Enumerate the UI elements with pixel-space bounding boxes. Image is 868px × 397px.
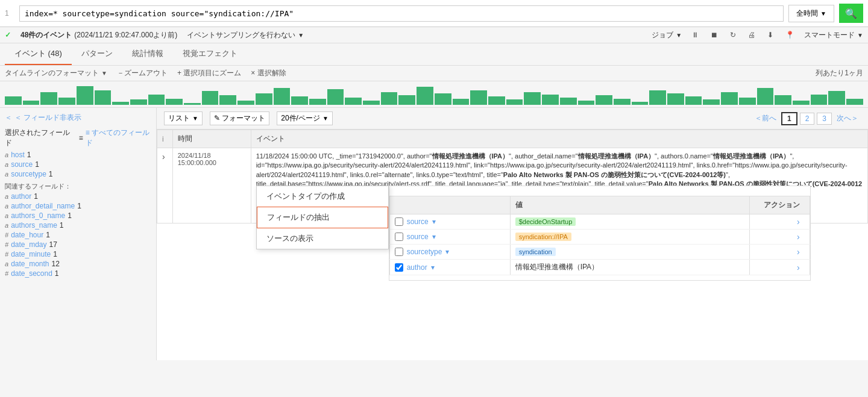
sampling-button[interactable]: イベントサンプリングを行わない ▼ xyxy=(187,30,304,40)
field-col-header xyxy=(389,196,510,214)
table-header-row: i 時間 イベント xyxy=(157,130,868,148)
sidebar-field-authors-0-name[interactable]: a authors_0_name 1 xyxy=(5,211,151,220)
sidebar-field-date-hour[interactable]: # date_hour 1 xyxy=(5,231,151,239)
field-row-source2: source ▾ syndication://IPA xyxy=(389,230,810,245)
chart-bar xyxy=(811,95,828,105)
field-arrow-icon: ▾ xyxy=(432,217,436,226)
sidebar-field-author-detail-name[interactable]: a author_detail_name 1 xyxy=(5,202,151,210)
field-action-arrow[interactable]: › xyxy=(797,232,800,242)
field-action-arrow[interactable]: › xyxy=(797,247,800,257)
chart-bar xyxy=(274,88,291,105)
chart-bar xyxy=(649,90,666,105)
hide-fields-button[interactable]: ＜ ＜ フィールド非表示 xyxy=(5,113,81,123)
smart-mode-button[interactable]: スマートモード ▼ xyxy=(804,30,863,40)
page-3-button[interactable]: 3 xyxy=(817,113,832,125)
field-source2-checkbox[interactable] xyxy=(395,233,403,241)
sidebar-field-date-minute[interactable]: # date_minute 1 xyxy=(5,250,151,258)
chart-bar xyxy=(757,88,774,105)
field-table-header: 値 アクション xyxy=(389,196,810,214)
event-count: 48件のイベント (2024/11/21 9:02:47.000より前) xyxy=(20,30,177,40)
field-name: source xyxy=(407,233,429,241)
expand-row-button[interactable]: › xyxy=(162,152,165,161)
sidebar-field-host[interactable]: a host 1 xyxy=(5,151,151,159)
field-action-arrow[interactable]: › xyxy=(797,263,800,272)
tab-statistics[interactable]: 統計情報 xyxy=(122,43,173,65)
print-button[interactable]: 🖨 xyxy=(746,30,758,40)
download-button[interactable]: ⬇ xyxy=(765,30,776,40)
search-button[interactable]: 🔍 xyxy=(839,4,863,23)
search-input[interactable] xyxy=(19,5,784,22)
refresh-button[interactable]: ↻ xyxy=(728,30,738,40)
per-page-button[interactable]: 20件/ページ ▼ xyxy=(277,111,333,125)
format-button[interactable]: ✎ フォーマット xyxy=(210,111,269,125)
view-source-item[interactable]: ソースの表示 xyxy=(257,228,388,249)
chart-bar xyxy=(398,95,415,105)
zoom-in-button[interactable]: + 選択項目にズーム xyxy=(177,68,241,78)
sidebar-field-author[interactable]: a author 1 xyxy=(5,192,151,201)
chart-bar xyxy=(685,96,702,105)
field-name-cell: author ▾ xyxy=(395,263,505,272)
main-tabs: イベント (48) パターン 統計情報 視覚エフェクト xyxy=(0,43,868,66)
sidebar-field-authors-name[interactable]: a authors_name 1 xyxy=(5,221,151,230)
tab-events[interactable]: イベント (48) xyxy=(5,43,72,65)
field-row-sourcetype: sourcetype ▾ syndication xyxy=(389,245,810,260)
chevron-down-icon: ▼ xyxy=(192,115,198,122)
sidebar-field-sourcetype[interactable]: a sourcetype 1 xyxy=(5,170,151,178)
extract-fields-item[interactable]: フィールドの抽出 xyxy=(257,207,388,228)
field-action-arrow[interactable]: › xyxy=(797,217,800,227)
chevron-down-icon: ▼ xyxy=(857,32,863,39)
view-controls: リスト ▼ ✎ フォーマット 20件/ページ ▼ xyxy=(164,111,333,125)
field-author-checkbox[interactable] xyxy=(395,263,403,272)
field-sourcetype-checkbox[interactable] xyxy=(395,248,403,256)
row-expand-cell: › xyxy=(157,148,173,224)
chart-bar xyxy=(703,99,720,105)
sidebar-field-date-mday[interactable]: # date_mday 17 xyxy=(5,240,151,249)
chart-bar xyxy=(524,92,541,105)
sidebar-field-source[interactable]: a source 1 xyxy=(5,160,151,169)
chart-bar xyxy=(578,101,595,105)
action-col-header: アクション xyxy=(749,196,810,214)
field-value-tag: syndication xyxy=(515,248,556,256)
search-bar: 1 全時間 ▼ 🔍 xyxy=(0,0,868,27)
pause-button[interactable]: ⏸ xyxy=(689,30,701,40)
timeline-format-button[interactable]: タイムラインのフォーマット ▼ xyxy=(5,68,107,78)
chart-bar xyxy=(309,99,326,105)
event-detail-area: 11/18/2024 15:00:00 UTC, _time="17319420… xyxy=(256,152,863,219)
create-event-type-item[interactable]: イベントタイプの作成 xyxy=(257,186,388,207)
job-button[interactable]: ジョブ ▼ xyxy=(652,30,682,40)
chart-bar xyxy=(363,101,380,105)
list-icon: ≡ xyxy=(79,134,83,142)
field-source-checkbox[interactable] xyxy=(395,217,403,226)
field-table: 値 アクション xyxy=(389,196,810,275)
field-name-cell: source ▾ xyxy=(395,233,505,241)
deselect-button[interactable]: × 選択解除 xyxy=(251,68,286,78)
stop-button[interactable]: ⏹ xyxy=(708,30,720,40)
field-name: author xyxy=(407,263,427,272)
chart-bar xyxy=(828,91,845,105)
sidebar-field-date-second[interactable]: # date_second 1 xyxy=(5,269,151,278)
chart-bar xyxy=(667,93,684,105)
zoom-out-button[interactable]: －ズームアウト xyxy=(117,68,168,78)
event-table: i 時間 イベント › 2024/11/18 15:00:00.000 xyxy=(157,130,868,224)
chart-bar xyxy=(614,99,631,105)
tab-visualization[interactable]: 視覚エフェクト xyxy=(173,43,247,65)
tab-patterns[interactable]: パターン xyxy=(72,43,122,65)
next-page-button[interactable]: 次へ＞ xyxy=(834,112,861,125)
list-view-button[interactable]: リスト ▼ xyxy=(164,111,203,125)
time-range-button[interactable]: 全時間 ▼ xyxy=(788,5,834,22)
time-range-label: 全時間 xyxy=(796,8,818,19)
field-value-tag: $decideOnStartup xyxy=(515,217,576,226)
chart-bar xyxy=(632,102,649,105)
prev-page-button[interactable]: ＜前へ xyxy=(752,112,779,125)
page-2-button[interactable]: 2 xyxy=(800,113,815,125)
field-value-tag: syndication://IPA xyxy=(515,233,571,241)
chart-bar xyxy=(470,90,487,105)
sidebar-field-date-month[interactable]: a date_month 12 xyxy=(5,260,151,268)
chart-bar xyxy=(327,89,344,105)
chart-bar xyxy=(291,96,308,105)
value-col-header: 値 xyxy=(510,196,749,214)
chart-bar xyxy=(130,99,147,105)
page-1-button[interactable]: 1 xyxy=(781,112,797,125)
pin-button[interactable]: 📍 xyxy=(783,30,797,40)
all-fields-button[interactable]: ≡ すべてのフィールド xyxy=(86,128,151,148)
